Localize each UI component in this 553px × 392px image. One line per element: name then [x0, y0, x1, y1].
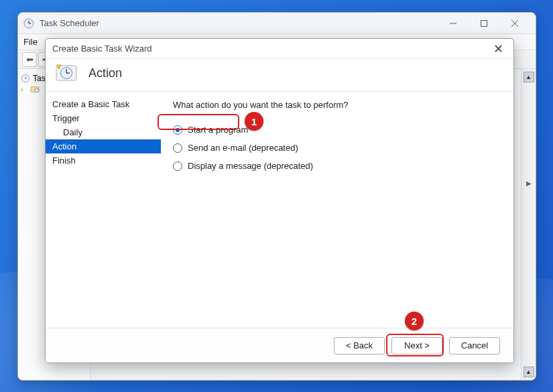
clock-icon — [21, 74, 30, 83]
task-scheduler-app-icon — [23, 18, 34, 29]
parent-titlebar: Task Scheduler — [18, 13, 536, 34]
close-icon: ✕ — [493, 42, 503, 56]
scroll-up-button[interactable]: ▲ — [524, 72, 534, 82]
parent-minimize-button[interactable] — [438, 13, 469, 34]
dialog-close-button[interactable]: ✕ — [489, 42, 507, 56]
folder-clock-icon — [30, 84, 40, 94]
menu-file[interactable]: File — [23, 37, 38, 47]
dialog-header: Action — [46, 59, 513, 92]
maximize-icon — [481, 20, 487, 27]
radio-label: Start a program — [188, 125, 248, 135]
radio-icon — [173, 125, 182, 135]
dialog-header-title: Action — [88, 66, 122, 80]
radio-label: Display a message (deprecated) — [188, 161, 313, 171]
radio-label: Send an e-mail (deprecated) — [188, 143, 298, 153]
triangle-up-icon: ▲ — [526, 369, 532, 375]
parent-title: Task Scheduler — [40, 18, 99, 28]
arrow-left-icon: ⬅ — [26, 54, 34, 64]
wizard-nav: Create a Basic Task Trigger Daily Action… — [46, 92, 161, 328]
nav-step-daily[interactable]: Daily — [46, 125, 161, 139]
wizard-prompt: What action do you want the task to perf… — [173, 100, 501, 110]
triangle-up-icon: ▲ — [526, 74, 532, 80]
close-icon — [511, 20, 518, 27]
wizard-action-icon — [55, 63, 79, 83]
caret-right-icon: ▶ — [526, 180, 532, 187]
dialog-title: Create Basic Task Wizard — [52, 44, 152, 54]
parent-close-button[interactable] — [499, 13, 530, 34]
cancel-button[interactable]: Cancel — [449, 337, 500, 354]
toolbar-back-button[interactable]: ⬅ — [22, 52, 37, 67]
nav-step-create-task[interactable]: Create a Basic Task — [46, 97, 161, 111]
nav-step-finish[interactable]: Finish — [46, 153, 161, 168]
svg-point-11 — [35, 88, 39, 92]
back-button[interactable]: < Back — [334, 337, 385, 354]
nav-step-trigger[interactable]: Trigger — [46, 111, 161, 125]
expand-icon: › — [21, 86, 27, 93]
radio-icon — [173, 161, 182, 171]
dialog-footer: < Back Next > Cancel 2 — [46, 328, 513, 363]
wizard-content: What action do you want the task to perf… — [161, 92, 513, 328]
radio-send-email[interactable]: Send an e-mail (deprecated) — [173, 143, 501, 153]
dialog-titlebar: Create Basic Task Wizard ✕ — [46, 39, 513, 59]
nav-step-action[interactable]: Action — [46, 139, 161, 153]
minimize-icon — [450, 20, 456, 27]
scroll-up-button-2[interactable]: ▲ — [524, 367, 534, 377]
create-basic-task-wizard: Create Basic Task Wizard ✕ Action Create… — [45, 38, 514, 363]
next-button[interactable]: Next > — [391, 337, 442, 354]
parent-maximize-button[interactable] — [469, 13, 499, 34]
radio-start-a-program[interactable]: Start a program — [173, 125, 501, 135]
svg-rect-4 — [481, 20, 487, 26]
radio-display-message[interactable]: Display a message (deprecated) — [173, 161, 501, 171]
radio-icon — [173, 143, 182, 153]
parent-side-pane: ▲ ▶ ▲ — [521, 69, 536, 380]
